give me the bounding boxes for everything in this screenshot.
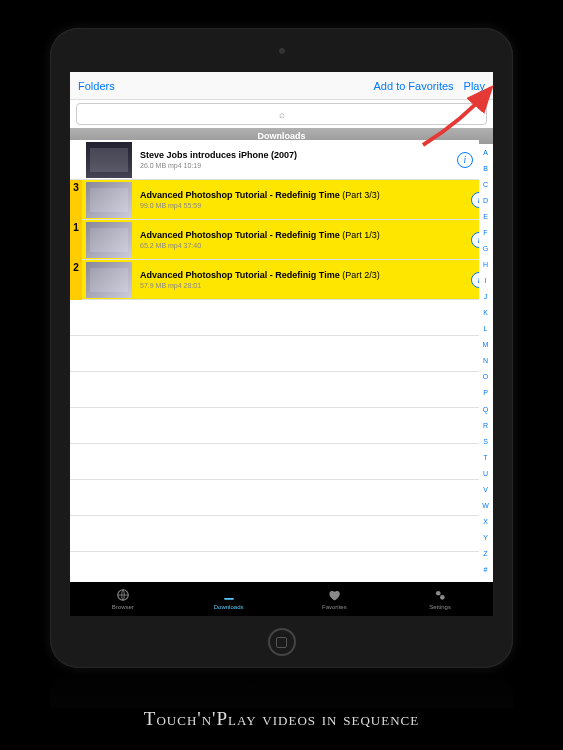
empty-row (70, 516, 479, 552)
index-letter[interactable]: V (480, 486, 491, 493)
index-letter[interactable]: I (480, 277, 491, 284)
row-text: Advanced Photoshop Tutorial - Redefinig … (136, 270, 479, 289)
settings-icon (433, 588, 447, 603)
video-title: Advanced Photoshop Tutorial - Redefinig … (140, 270, 479, 280)
device-reflection (50, 668, 513, 708)
front-camera (279, 48, 285, 54)
video-meta: 57.9 MB mp4 28:01 (140, 282, 479, 289)
favorites-icon (327, 588, 341, 603)
alphabet-index-bar[interactable]: ABCDEFGHIJKLMNOPQRSTUVWXYZ# (480, 144, 491, 578)
svg-point-1 (436, 591, 441, 596)
index-letter[interactable]: C (480, 181, 491, 188)
empty-row (70, 372, 479, 408)
index-letter[interactable]: A (480, 149, 491, 156)
add-to-favorites-button[interactable]: Add to Favorites (374, 80, 454, 92)
index-letter[interactable]: O (480, 373, 491, 380)
tab-browser[interactable]: Browser (70, 582, 176, 616)
tab-downloads[interactable]: Downloads (176, 582, 282, 616)
index-letter[interactable]: Q (480, 406, 491, 413)
video-thumbnail (86, 182, 132, 218)
sequence-badge (70, 140, 82, 180)
nav-right-group: Add to Favorites Play (374, 80, 486, 92)
index-letter[interactable]: K (480, 309, 491, 316)
index-letter[interactable]: T (480, 454, 491, 461)
video-thumbnail (86, 262, 132, 298)
video-thumbnail (86, 222, 132, 258)
index-letter[interactable]: B (480, 165, 491, 172)
index-letter[interactable]: # (480, 566, 491, 573)
video-row[interactable]: 1Advanced Photoshop Tutorial - Redefinig… (70, 220, 479, 260)
downloads-icon (222, 588, 236, 603)
index-letter[interactable]: J (480, 293, 491, 300)
sequence-badge: 3 (70, 180, 82, 220)
empty-row (70, 408, 479, 444)
row-text: Steve Jobs introduces iPhone (2007)26.0 … (136, 150, 457, 169)
video-list[interactable]: Steve Jobs introduces iPhone (2007)26.0 … (70, 140, 479, 582)
index-letter[interactable]: L (480, 325, 491, 332)
index-letter[interactable]: H (480, 261, 491, 268)
tab-favorites[interactable]: Favorites (282, 582, 388, 616)
index-letter[interactable]: R (480, 422, 491, 429)
empty-row (70, 336, 479, 372)
index-letter[interactable]: E (480, 213, 491, 220)
index-letter[interactable]: S (480, 438, 491, 445)
index-letter[interactable]: P (480, 389, 491, 396)
search-input[interactable]: ⌕ (76, 103, 487, 125)
play-button[interactable]: Play (464, 80, 485, 92)
video-meta: 26.0 MB mp4 10:19 (140, 162, 457, 169)
ipad-device-frame: Folders Add to Favorites Play ⌕ Download… (50, 28, 513, 668)
video-title: Advanced Photoshop Tutorial - Redefinig … (140, 190, 479, 200)
index-letter[interactable]: N (480, 357, 491, 364)
svg-point-2 (440, 595, 445, 600)
tab-settings[interactable]: Settings (387, 582, 493, 616)
empty-row (70, 300, 479, 336)
sequence-badge: 2 (70, 260, 82, 300)
video-title: Steve Jobs introduces iPhone (2007) (140, 150, 457, 160)
empty-row (70, 552, 479, 582)
info-icon[interactable]: i (471, 192, 479, 208)
index-letter[interactable]: G (480, 245, 491, 252)
info-icon[interactable]: i (471, 232, 479, 248)
tab-label: Downloads (214, 604, 244, 610)
search-icon: ⌕ (279, 109, 285, 120)
info-icon[interactable]: i (471, 272, 479, 288)
info-icon[interactable]: i (457, 152, 473, 168)
tab-label: Settings (429, 604, 451, 610)
video-thumbnail (86, 142, 132, 178)
browser-icon (116, 588, 130, 603)
index-letter[interactable]: F (480, 229, 491, 236)
index-letter[interactable]: D (480, 197, 491, 204)
index-letter[interactable]: Z (480, 550, 491, 557)
tab-bar: BrowserDownloadsFavoritesSettings (70, 582, 493, 616)
marketing-caption: Touch'n'Play videos in sequence (0, 708, 563, 730)
row-text: Advanced Photoshop Tutorial - Redefinig … (136, 230, 479, 249)
screen: Folders Add to Favorites Play ⌕ Download… (70, 72, 493, 616)
index-letter[interactable]: X (480, 518, 491, 525)
video-row[interactable]: 2Advanced Photoshop Tutorial - Redefinig… (70, 260, 479, 300)
index-letter[interactable]: U (480, 470, 491, 477)
sequence-badge: 1 (70, 220, 82, 260)
video-row[interactable]: 3Advanced Photoshop Tutorial - Redefinig… (70, 180, 479, 220)
folders-back-button[interactable]: Folders (78, 80, 115, 92)
video-row[interactable]: Steve Jobs introduces iPhone (2007)26.0 … (70, 140, 479, 180)
tab-label: Browser (112, 604, 134, 610)
tab-label: Favorites (322, 604, 347, 610)
empty-row (70, 480, 479, 516)
index-letter[interactable]: M (480, 341, 491, 348)
home-button[interactable] (268, 628, 296, 656)
index-letter[interactable]: W (480, 502, 491, 509)
navigation-bar: Folders Add to Favorites Play (70, 72, 493, 100)
empty-row (70, 444, 479, 480)
video-title: Advanced Photoshop Tutorial - Redefinig … (140, 230, 479, 240)
index-letter[interactable]: Y (480, 534, 491, 541)
row-text: Advanced Photoshop Tutorial - Redefinig … (136, 190, 479, 209)
video-meta: 65.2 MB mp4 37:40 (140, 242, 479, 249)
video-meta: 99.0 MB mp4 55:59 (140, 202, 479, 209)
